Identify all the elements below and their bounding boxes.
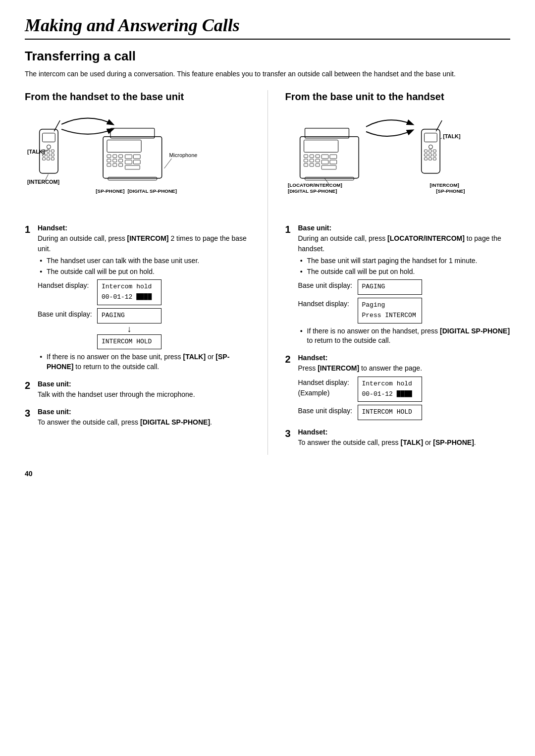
no-answer-text: If there is no answer on the base unit, … — [40, 352, 250, 372]
svg-rect-1 — [43, 133, 55, 142]
handset-display-box: Intercom hold 00-01-12 ████ — [97, 279, 161, 305]
right-step-2: 2 Handset: Press [INTERCOM] to answer th… — [285, 353, 511, 420]
right-step-1-content: Base unit: During an outside call, press… — [298, 223, 511, 346]
right-no-answer-text: If there is no answer on the handset, pr… — [300, 326, 511, 346]
right-step2-base-box: INTERCOM HOLD — [358, 405, 422, 420]
right-step-3-label: Handset: — [298, 428, 328, 436]
left-step-2-content: Base unit: Talk with the handset user th… — [38, 379, 250, 400]
column-divider — [268, 90, 268, 455]
svg-rect-17 — [119, 155, 123, 158]
right-step-2-number: 2 — [285, 352, 291, 367]
svg-rect-40 — [304, 140, 338, 153]
svg-line-30 — [164, 159, 172, 168]
svg-rect-58 — [424, 133, 437, 142]
svg-text:Microphone: Microphone — [169, 152, 197, 158]
svg-rect-26 — [125, 160, 132, 164]
right-step2-handset-row: Handset display:(Example) Intercom hold … — [298, 377, 511, 402]
left-step-1-bold: [INTERCOM] — [127, 234, 169, 242]
right-handset-press-intercom: Press INTERCOM — [362, 312, 416, 319]
left-step-3-content: Base unit: To answer the outside call, p… — [38, 407, 250, 428]
right-bullet-2: The outside call will be put on hold. — [300, 267, 511, 277]
svg-rect-43 — [316, 155, 320, 158]
left-column: From the handset to the base unit — [25, 90, 250, 455]
right-step-1-label: Base unit: — [298, 224, 332, 232]
left-step-1-bullets: The handset user can talk with the base … — [40, 256, 250, 276]
svg-rect-48 — [310, 163, 314, 166]
left-step-2-number: 2 — [25, 378, 30, 393]
right-bullet-1: The base unit will start paging the hand… — [300, 256, 511, 266]
intro-text: The intercom can be used during a conver… — [25, 69, 510, 79]
svg-rect-23 — [119, 163, 123, 166]
svg-rect-49 — [316, 163, 320, 166]
left-col-title: From the handset to the base unit — [25, 90, 250, 103]
svg-rect-24 — [125, 155, 132, 159]
right-spphone-bold: [SP-PHONE] — [433, 438, 474, 446]
right-step-1-bullets: The base unit will start paging the hand… — [300, 256, 511, 276]
svg-point-2 — [47, 145, 51, 149]
right-step2-handset-label: Handset display:(Example) — [298, 377, 358, 398]
talk-bold: [TALK] — [183, 353, 206, 361]
svg-rect-46 — [316, 159, 320, 162]
intercom-hold-text: INTERCOM HOLD — [102, 338, 152, 345]
locator-intercom-bold: [LOCATOR/INTERCOM] — [387, 234, 465, 242]
left-diagram: [TALK] [INTERCOM] [SP-PHONE] [DIGITAL SP… — [25, 109, 250, 218]
svg-rect-62 — [433, 150, 436, 152]
right-step-3-text: To answer the outside call, press [TALK]… — [298, 437, 511, 448]
svg-rect-63 — [424, 154, 427, 156]
right-step-3-number: 3 — [285, 426, 291, 441]
svg-rect-66 — [424, 158, 427, 160]
svg-rect-54 — [321, 165, 336, 169]
svg-rect-19 — [113, 159, 117, 162]
left-step-2-text: Talk with the handset user through the m… — [38, 389, 250, 400]
svg-text:[TALK]: [TALK] — [443, 133, 460, 139]
right-step2-intercom-hold-base: INTERCOM HOLD — [362, 408, 412, 416]
svg-rect-67 — [428, 158, 431, 160]
svg-rect-7 — [47, 154, 50, 156]
svg-rect-11 — [51, 158, 54, 160]
svg-text:[DIGITAL SP-PHONE]: [DIGITAL SP-PHONE] — [287, 188, 336, 194]
page-number: 40 — [25, 470, 510, 478]
svg-rect-42 — [310, 155, 314, 158]
right-paging-text: PAGING — [362, 283, 385, 290]
right-step-3: 3 Handset: To answer the outside call, p… — [285, 427, 511, 448]
right-step2-intercom-hold: Intercom hold — [362, 380, 412, 387]
svg-rect-22 — [113, 163, 117, 166]
svg-rect-56 — [305, 177, 354, 180]
no-answer-bullet: If there is no answer on the base unit, … — [40, 352, 250, 372]
left-step-3-label: Base unit: — [38, 408, 71, 416]
right-step-2-content: Handset: Press [INTERCOM] to answer the … — [298, 353, 511, 420]
svg-rect-31 — [108, 177, 157, 180]
svg-rect-18 — [107, 159, 111, 162]
svg-rect-60 — [424, 150, 427, 152]
right-talk-bold: [TALK] — [401, 438, 424, 446]
left-step-1-content: Handset: During an outside call, press [… — [38, 223, 250, 372]
svg-rect-9 — [43, 158, 46, 160]
base-display-row: Base unit display: PAGING ↓ INTERCOM HOL… — [38, 308, 250, 350]
svg-text:[LOCATOR/INTERCOM]: [LOCATOR/INTERCOM] — [287, 182, 342, 188]
left-step-1-number: 1 — [25, 222, 30, 237]
svg-rect-65 — [433, 154, 436, 156]
svg-rect-44 — [304, 159, 308, 162]
right-step-1-number: 1 — [285, 222, 291, 237]
section-title: Transferring a call — [25, 49, 510, 64]
arrow-down-icon: ↓ — [127, 324, 132, 333]
paging-text: PAGING — [102, 312, 125, 319]
right-intercom-bold: [INTERCOM] — [318, 364, 359, 372]
right-step-2-label: Handset: — [298, 354, 328, 362]
right-step2-handset-box: Intercom hold 00-01-12 ████ — [358, 377, 422, 402]
right-step2-time: 00-01-12 ████ — [362, 390, 412, 398]
right-step-1: 1 Base unit: During an outside call, pre… — [285, 223, 511, 346]
base-display-intercom-hold: INTERCOM HOLD — [97, 334, 161, 350]
svg-text:[SP-PHONE]: [SP-PHONE] — [96, 188, 124, 194]
left-bullet-2: The outside call will be put on hold. — [40, 267, 250, 277]
right-column: From the base unit to the handset — [285, 90, 511, 455]
svg-rect-5 — [51, 150, 54, 152]
right-step2-base-label: Base unit display: — [298, 405, 358, 416]
left-step-1-label: Handset: — [38, 224, 67, 232]
handset-display-line2: 00-01-12 ████ — [102, 293, 152, 301]
svg-rect-53 — [329, 160, 336, 164]
base-display-box-arrow: PAGING ↓ INTERCOM HOLD — [97, 308, 161, 350]
svg-rect-50 — [321, 155, 328, 159]
right-handset-display-row: Handset display: Paging Press INTERCOM — [298, 298, 511, 324]
svg-rect-61 — [428, 150, 431, 152]
